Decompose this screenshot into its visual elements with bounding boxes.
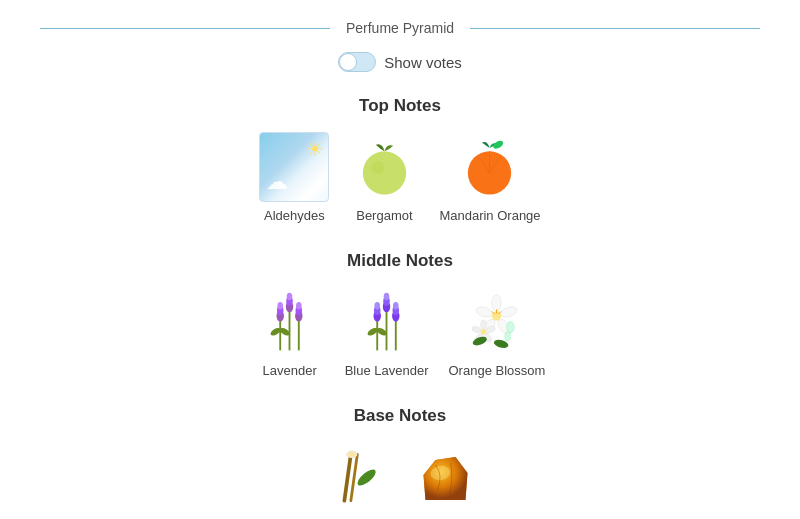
aldehydes-image: [259, 132, 329, 202]
mandarin-svg: [457, 135, 522, 200]
svg-point-15: [287, 292, 293, 299]
svg-point-18: [296, 302, 302, 309]
lavender-label: Lavender: [263, 363, 317, 378]
header-line-left: [40, 28, 330, 29]
note-item-mandarin-orange: Mandarin Orange: [439, 132, 540, 223]
svg-point-49: [481, 329, 487, 335]
svg-line-55: [350, 454, 357, 500]
note-image-bergamot: [349, 132, 419, 202]
aldehydes-label: Aldehydes: [264, 208, 325, 223]
note-item-lavender: Lavender: [255, 287, 325, 378]
note-image-lavender: [255, 287, 325, 357]
base-notes-items: Vanilla: [0, 442, 800, 519]
note-item-blue-lavender: Blue Lavender: [345, 287, 429, 378]
svg-point-12: [278, 302, 284, 309]
svg-point-50: [507, 321, 514, 332]
middle-notes-title: Middle Notes: [0, 251, 800, 271]
note-item-orange-blossom: Orange Blossom: [449, 287, 546, 378]
blue-lavender-svg: [354, 290, 419, 355]
bergamot-label: Bergamot: [356, 208, 412, 223]
svg-point-32: [393, 302, 399, 309]
svg-point-6: [492, 139, 505, 150]
lavender-svg: [257, 290, 322, 355]
svg-line-54: [344, 454, 351, 500]
svg-point-0: [363, 151, 406, 194]
base-notes-section: Base Notes Vanilla: [0, 406, 800, 519]
mandarin-orange-label: Mandarin Orange: [439, 208, 540, 223]
note-image-aldehydes: [259, 132, 329, 202]
note-image-orange-blossom: [462, 287, 532, 357]
svg-point-58: [355, 466, 378, 487]
note-item-bergamot: Bergamot: [349, 132, 419, 223]
note-image-amber: [410, 442, 480, 512]
page-container: Perfume Pyramid Show votes Top Notes Ald…: [0, 0, 800, 519]
svg-point-39: [475, 304, 494, 318]
note-item-amber: Amber: [410, 442, 480, 519]
show-votes-row: Show votes: [0, 52, 800, 72]
page-title: Perfume Pyramid: [330, 20, 470, 36]
note-image-blue-lavender: [352, 287, 422, 357]
middle-notes-section: Middle Notes: [0, 251, 800, 378]
note-image-mandarin-orange: [455, 132, 525, 202]
top-notes-items: Aldehydes Bergamot: [0, 132, 800, 223]
svg-point-57: [349, 452, 353, 456]
svg-point-51: [505, 331, 511, 340]
orange-blossom-svg: [464, 290, 529, 355]
section-header: Perfume Pyramid: [0, 20, 800, 36]
note-item-vanilla: Vanilla: [320, 442, 390, 519]
note-image-vanilla: [320, 442, 390, 512]
svg-point-2: [371, 161, 384, 174]
toggle-knob: [339, 53, 357, 71]
svg-point-36: [500, 304, 519, 318]
show-votes-label: Show votes: [384, 54, 462, 71]
orange-blossom-label: Orange Blossom: [449, 363, 546, 378]
top-notes-title: Top Notes: [0, 96, 800, 116]
svg-point-48: [472, 325, 483, 333]
amber-svg: [413, 445, 478, 510]
svg-point-44: [481, 319, 487, 328]
bergamot-svg: [352, 135, 417, 200]
svg-point-29: [384, 292, 390, 299]
header-line-right: [470, 28, 760, 29]
vanilla-svg: [323, 445, 388, 510]
base-notes-title: Base Notes: [0, 406, 800, 426]
middle-notes-items: Lavender: [0, 287, 800, 378]
show-votes-toggle[interactable]: [338, 52, 376, 72]
svg-point-26: [375, 302, 381, 309]
note-item-aldehydes: Aldehydes: [259, 132, 329, 223]
blue-lavender-label: Blue Lavender: [345, 363, 429, 378]
svg-point-35: [492, 294, 501, 311]
top-notes-section: Top Notes Aldehydes: [0, 96, 800, 223]
